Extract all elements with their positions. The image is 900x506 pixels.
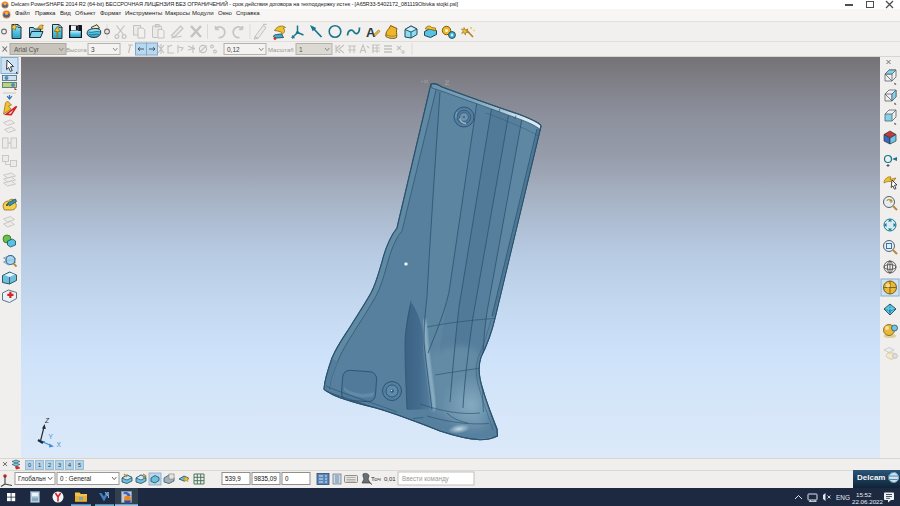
svg-text:3: 3 (91, 46, 95, 53)
svg-text:0: 0 (285, 475, 289, 482)
svg-text:Точ: Точ (371, 475, 381, 482)
svg-text:15:52: 15:52 (856, 491, 872, 498)
svg-text:Глобальн: Глобальн (18, 475, 46, 482)
svg-text:Масштаб: Масштаб (268, 47, 294, 53)
svg-text:22.06.2022: 22.06.2022 (852, 498, 884, 505)
svg-text:Ввести команду: Ввести команду (402, 475, 450, 483)
svg-text:0,01: 0,01 (384, 476, 396, 482)
svg-text:Arial Cyr: Arial Cyr (14, 46, 40, 54)
svg-text:9835,09: 9835,09 (254, 475, 277, 482)
svg-text:1: 1 (299, 46, 303, 53)
svg-text:0,12: 0,12 (227, 46, 240, 53)
svg-text:Y: Y (49, 433, 54, 440)
svg-text:0 : General: 0 : General (60, 475, 91, 482)
svg-text:Высота: Высота (66, 47, 87, 53)
svg-text:539,9: 539,9 (225, 475, 241, 482)
svg-text:X: X (57, 441, 62, 448)
svg-text:Z: Z (44, 417, 50, 424)
svg-text:A: A (366, 25, 376, 40)
svg-text:ENG: ENG (836, 494, 850, 501)
